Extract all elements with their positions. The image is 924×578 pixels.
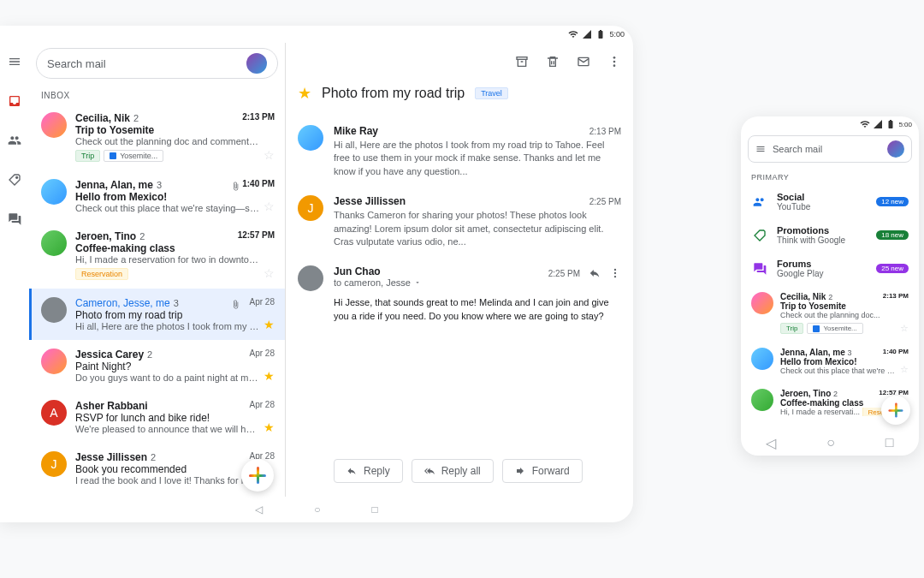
more-icon[interactable] xyxy=(607,55,621,69)
time: 2:13 PM xyxy=(242,112,275,122)
compose-fab[interactable] xyxy=(881,396,910,425)
badge: 18 new xyxy=(876,230,909,240)
email-item[interactable]: Jessica Carey2Paint Night?Do you guys wa… xyxy=(29,340,285,391)
svg-point-4 xyxy=(613,61,616,63)
plus-icon xyxy=(249,467,266,484)
svg-point-3 xyxy=(613,57,616,59)
star-icon[interactable]: ☆ xyxy=(264,200,275,213)
avatar xyxy=(751,348,773,370)
reply-all-button[interactable]: Reply all xyxy=(412,459,494,483)
message[interactable]: Mike RayHi all, Here are the photos I to… xyxy=(298,116,621,187)
trip-chip: Trip xyxy=(75,150,100,162)
tag-icon xyxy=(8,173,21,187)
category-item[interactable]: SocialYouTube12 new xyxy=(741,185,919,218)
time: 1:40 PM xyxy=(883,348,909,355)
category-title: Promotions xyxy=(777,225,868,235)
account-avatar[interactable] xyxy=(246,53,267,74)
file-chip[interactable]: Yosemite... xyxy=(807,323,862,334)
email-item[interactable]: Jenna, Alan, me3Hello from Mexico!Check … xyxy=(29,170,285,222)
star-icon[interactable]: ★ xyxy=(298,84,311,103)
category-sub: Google Play xyxy=(777,269,868,278)
signal-icon xyxy=(582,29,592,39)
time: 2:13 PM xyxy=(883,292,909,300)
badge: 12 new xyxy=(876,197,909,206)
back-button[interactable]: ◁ xyxy=(255,504,263,515)
home-button[interactable]: ○ xyxy=(826,435,835,450)
snippet: Check out the planning doc... xyxy=(780,311,909,319)
star-icon[interactable]: ★ xyxy=(264,369,275,383)
nav-inbox[interactable] xyxy=(4,91,25,111)
back-button[interactable]: ◁ xyxy=(766,435,776,451)
svg-point-8 xyxy=(614,276,616,277)
time: Apr 28 xyxy=(250,400,275,409)
email-list: Cecilia, Nik2Trip to YosemiteCheck out t… xyxy=(29,104,285,497)
email-item[interactable]: AAsher RabbaniRSVP for lunch and bike ri… xyxy=(29,391,285,443)
email-item[interactable]: Cecilia, Nik2Trip to YosemiteCheck out t… xyxy=(29,104,285,170)
recent-button[interactable]: □ xyxy=(886,435,894,450)
star-icon[interactable]: ☆ xyxy=(900,364,909,375)
nav-rail xyxy=(0,43,29,497)
email-item[interactable]: Cameron, Jesse, me3Photo from my road tr… xyxy=(29,289,285,340)
message-text: Thanks Cameron for sharing your photos! … xyxy=(334,209,621,248)
search-input[interactable]: Search mail xyxy=(36,48,278,79)
file-chip[interactable]: Yosemite... xyxy=(104,150,163,162)
star-icon[interactable]: ☆ xyxy=(264,148,275,162)
category-title: Social xyxy=(777,192,868,202)
star-icon[interactable]: ★ xyxy=(264,420,275,434)
star-icon[interactable]: ☆ xyxy=(900,323,909,334)
wifi-icon xyxy=(860,119,870,129)
battery-icon xyxy=(886,119,896,129)
subject: RSVP for lunch and bike ride! xyxy=(75,412,275,424)
reply-icon[interactable] xyxy=(589,267,601,279)
subject: Coffee-making class xyxy=(75,242,275,254)
svg-point-6 xyxy=(614,269,616,271)
message-text: Hi Jesse, that sounds great to me! Melin… xyxy=(334,296,621,323)
time: 12:57 PM xyxy=(238,230,275,240)
recent-button[interactable]: □ xyxy=(372,504,378,515)
snippet: Check out this place that we're st... xyxy=(780,366,909,375)
nav-forum[interactable] xyxy=(4,209,25,229)
email-item[interactable]: Jenna, Alan, me 3Hello from Mexico!Check… xyxy=(741,341,919,382)
more-icon[interactable] xyxy=(609,267,621,279)
menu-icon xyxy=(755,144,766,154)
time: Apr 28 xyxy=(250,297,275,307)
account-avatar[interactable] xyxy=(887,140,904,158)
svg-point-7 xyxy=(614,272,616,274)
compose-fab[interactable] xyxy=(241,459,274,492)
email-item[interactable]: Jeroen, Tino2Coffee-making classHi, I ma… xyxy=(29,222,285,289)
message[interactable]: JJesse JillissenThanks Cameron for shari… xyxy=(298,187,621,257)
avatar: J xyxy=(298,195,323,221)
reply-button[interactable]: Reply xyxy=(334,459,403,483)
email-item[interactable]: Kylie, Jacob, me3Making a big impact in … xyxy=(29,494,285,497)
tablet-nav-buttons: ◁ ○ □ xyxy=(0,497,633,522)
people-icon xyxy=(751,194,768,211)
snippet: Check out the planning doc and comment o… xyxy=(75,136,275,146)
nav-people[interactable] xyxy=(4,130,25,151)
badge: 25 new xyxy=(876,264,909,273)
delete-icon[interactable] xyxy=(546,55,560,69)
category-item[interactable]: PromotionsThink with Google18 new xyxy=(741,218,919,252)
message[interactable]: Jun Chaoto cameron, Jesse Hi Jesse, that… xyxy=(298,257,621,331)
mail-icon[interactable] xyxy=(577,55,590,69)
star-icon[interactable]: ☆ xyxy=(264,266,275,280)
inbox-icon xyxy=(8,94,21,108)
menu-button[interactable] xyxy=(4,51,25,72)
phone-search[interactable]: Search mail xyxy=(748,135,912,163)
phone-device: 5:00 Search mail PRIMARY SocialYouTube12… xyxy=(741,116,919,456)
snippet: Hi all, Here are the photos I took from … xyxy=(75,321,275,331)
snippet: Hi, I made a reservation for two in down… xyxy=(75,254,275,265)
star-icon[interactable]: ★ xyxy=(264,318,275,331)
forward-button[interactable]: Forward xyxy=(502,459,583,483)
home-button[interactable]: ○ xyxy=(314,504,320,515)
reply-icon xyxy=(346,466,357,476)
category-item[interactable]: ForumsGoogle Play25 new xyxy=(741,252,919,285)
email-item[interactable]: Cecilia, Nik 2Trip to YosemiteCheck out … xyxy=(741,285,919,341)
plus-icon xyxy=(889,403,903,418)
nav-tag[interactable] xyxy=(4,170,25,190)
snippet: Check out this place that we're staying—… xyxy=(75,203,275,213)
people-icon xyxy=(8,134,21,147)
subject: Hello from Mexico! xyxy=(75,191,275,203)
attachment-icon xyxy=(231,297,240,313)
avatar xyxy=(751,292,773,314)
archive-icon[interactable] xyxy=(515,55,529,69)
